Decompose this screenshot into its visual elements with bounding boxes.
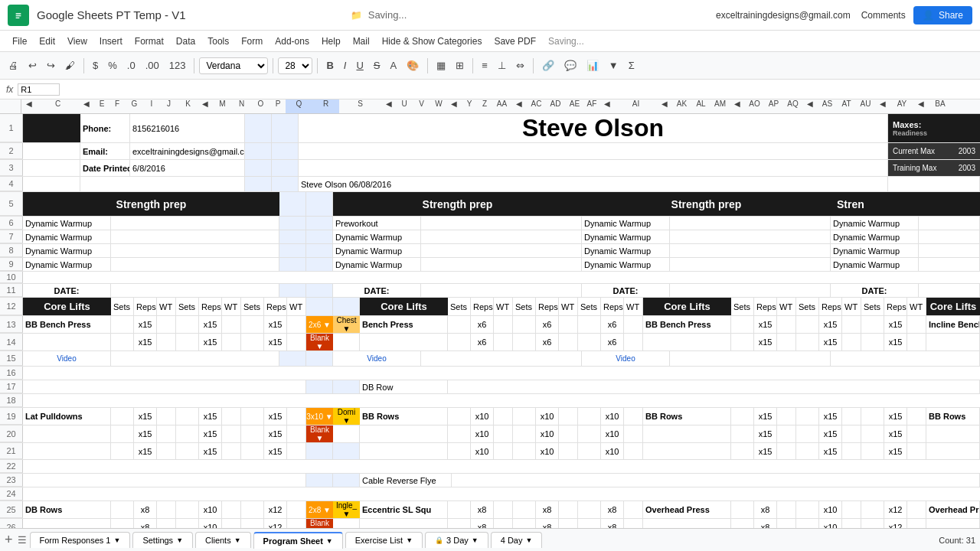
tab-program-sheet[interactable]: Program Sheet ▼: [253, 532, 343, 549]
row-num-8: 8: [0, 244, 23, 257]
separator-4: [317, 58, 318, 73]
selected-q3: [245, 160, 272, 176]
title-bar: Google Sheets PT Temp - V1 📁 Saving... e…: [0, 0, 980, 31]
warmup4-4: Dynamic Warmup: [831, 258, 919, 271]
row-num-24: 24: [0, 487, 23, 500]
video1[interactable]: Video: [23, 351, 111, 366]
number-format-button[interactable]: 123: [165, 57, 190, 73]
row-13: 13 BB Bench Press x15 x15 x15 2x6 ▼ Ches…: [0, 316, 980, 334]
tab-clients-label: Clients: [205, 536, 231, 545]
separator-6: [472, 58, 473, 73]
ex3-overhead: Overhead Press: [643, 501, 731, 518]
tab-3day[interactable]: 🔒 3 Day ▼: [425, 532, 488, 548]
currency-button[interactable]: $: [89, 57, 102, 73]
paint-format-button[interactable]: 🖌: [61, 57, 79, 73]
sheet-menu-button[interactable]: ☰: [18, 534, 27, 546]
tab-settings[interactable]: Settings ▼: [132, 532, 193, 548]
formula-bar: fx: [0, 80, 980, 99]
video2[interactable]: Video: [333, 351, 421, 366]
client-name-cell: Steve Olson: [299, 114, 888, 142]
menu-hide-show[interactable]: Hide & Show Categories: [376, 34, 488, 49]
row-num-3: 3: [0, 160, 23, 176]
warmup3-1: Dynamic Warmup: [582, 217, 670, 230]
align-button[interactable]: ≡: [478, 57, 492, 73]
separator-7: [533, 58, 534, 73]
ex1-dbrows: DB Rows: [23, 501, 111, 518]
link-button[interactable]: 🔗: [538, 57, 558, 73]
selected-r1: [272, 114, 299, 142]
ex4-incline: Incline Bench: [926, 316, 980, 333]
selected-r3: [272, 160, 299, 176]
email-value: exceltrainingdesigns@gmail.com: [130, 143, 245, 159]
filter-button[interactable]: ▼: [605, 57, 622, 73]
ex2-bbrows: BB Rows: [360, 408, 448, 425]
lock-icon-3day: 🔒: [435, 536, 443, 544]
tag-r19: Domi ▼: [333, 408, 360, 425]
comment-button[interactable]: 💬: [560, 57, 580, 73]
row-num-14: 14: [0, 334, 23, 350]
borders-button[interactable]: ▦: [433, 57, 449, 73]
menu-help[interactable]: Help: [315, 34, 347, 49]
menu-form[interactable]: Form: [235, 34, 269, 49]
redo-button[interactable]: ↪: [43, 57, 59, 73]
fx-icon: fx: [6, 84, 13, 95]
video3[interactable]: Video: [582, 351, 670, 366]
bold-button[interactable]: B: [322, 57, 337, 73]
dec-decrease-button[interactable]: .0: [123, 57, 139, 73]
wrap-button[interactable]: ⇔: [512, 57, 528, 73]
menu-format[interactable]: Format: [129, 34, 170, 49]
warmup3-4: Dynamic Warmup: [582, 258, 670, 271]
highlight-button[interactable]: 🎨: [403, 57, 423, 73]
ex4-overhead: Overhead Press: [926, 501, 980, 518]
row-24: 24: [0, 487, 980, 501]
row-12: 12 Core Lifts Sets Reps WT Sets Reps WT …: [0, 298, 980, 316]
menu-tools[interactable]: Tools: [201, 34, 235, 49]
tab-clients[interactable]: Clients ▼: [195, 532, 251, 548]
menu-data[interactable]: Data: [170, 34, 201, 49]
cell-reference-input[interactable]: [18, 83, 60, 96]
dec-increase-button[interactable]: .00: [142, 57, 163, 73]
font-size-selector[interactable]: 28 12 14: [278, 57, 312, 74]
font-selector[interactable]: Verdana Arial: [199, 57, 268, 74]
tab-4day[interactable]: 4 Day ▼: [491, 532, 543, 548]
menu-insert[interactable]: Insert: [93, 34, 129, 49]
blank-tag-q26: Blank ▼: [306, 519, 333, 528]
strikethrough-button[interactable]: S: [370, 57, 384, 73]
warmup2-2: Dynamic Warmup: [333, 230, 421, 243]
selected-q2: [245, 143, 272, 159]
menu-mail[interactable]: Mail: [347, 34, 376, 49]
valign-button[interactable]: ⊥: [494, 57, 510, 73]
comments-button[interactable]: Comments: [861, 10, 906, 21]
undo-button[interactable]: ↩: [24, 57, 41, 73]
merge-button[interactable]: ⊞: [452, 57, 468, 73]
chart-button[interactable]: 📊: [583, 57, 603, 73]
function-button[interactable]: Σ: [625, 57, 639, 73]
menu-view[interactable]: View: [61, 34, 93, 49]
print-button[interactable]: 🖨: [5, 57, 22, 73]
separator-2: [194, 58, 194, 73]
menu-save-pdf[interactable]: Save PDF: [488, 34, 542, 49]
blank-tag-q14: Blank ▼: [306, 334, 333, 350]
text-color-button[interactable]: A: [387, 57, 401, 73]
bottom-bar: + ☰ Form Responses 1 ▼ Settings ▼ Client…: [0, 528, 980, 551]
tab-form-responses[interactable]: Form Responses 1 ▼: [30, 532, 131, 548]
maxes-subtitle: Readiness: [893, 129, 975, 137]
row-num-13: 13: [0, 316, 23, 333]
row-15: 15 Video Video Video: [0, 351, 980, 367]
separator-5: [427, 58, 428, 73]
row-num-21: 21: [0, 443, 23, 459]
tab-exercise-list[interactable]: Exercise List ▼: [345, 532, 423, 548]
core-lifts-1: Core Lifts: [23, 298, 111, 315]
selected-r2: [272, 143, 299, 159]
menu-addons[interactable]: Add-ons: [269, 34, 315, 49]
cable-flye: Cable Reverse Flye: [360, 474, 452, 487]
underline-button[interactable]: U: [352, 57, 367, 73]
menu-file[interactable]: File: [6, 34, 33, 49]
add-sheet-button[interactable]: +: [5, 532, 13, 548]
row-7: 7 Dynamic Warmup Dynamic Warmup Dynamic …: [0, 230, 980, 244]
italic-button[interactable]: I: [340, 57, 351, 73]
share-button[interactable]: 👤 Share: [913, 6, 972, 24]
row-5: 5 Strength prep Strength prep Strength p…: [0, 192, 980, 217]
menu-edit[interactable]: Edit: [33, 34, 61, 49]
percent-button[interactable]: %: [104, 57, 121, 73]
